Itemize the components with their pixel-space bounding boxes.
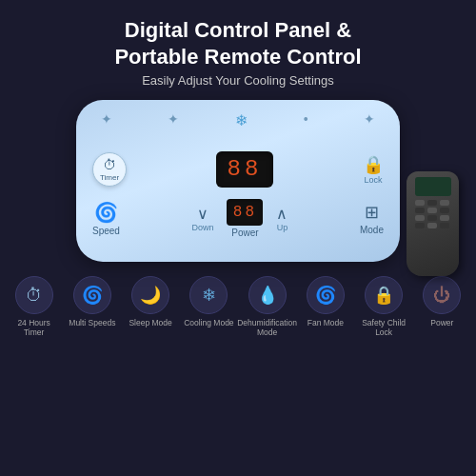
mode-icon: ⊞ [365, 202, 379, 223]
remote-btn-1[interactable] [415, 200, 425, 206]
remote-btn-4[interactable] [415, 208, 425, 213]
feature-item-6: 🔒Safety Child Lock [357, 276, 410, 337]
up-label: Up [277, 223, 288, 232]
feature-icon-6: 🔒 [373, 285, 394, 306]
feature-icon-0: ⏱ [26, 286, 43, 306]
feature-icon-1: 🌀 [82, 285, 103, 306]
remote-btn-12[interactable] [440, 223, 449, 228]
remote-btn-9[interactable] [440, 215, 449, 221]
down-control: ∨ Down [191, 205, 213, 232]
feature-item-3: ❄Cooling Mode [182, 276, 235, 327]
power-button[interactable]: 88 Power [227, 199, 263, 238]
snowflake-icon: ❄ [235, 111, 248, 129]
power-label: Power [231, 228, 258, 238]
fan-icon-2: ✦ [168, 111, 179, 129]
lock-icon[interactable]: 🔒 [363, 154, 384, 175]
remote-btn-6[interactable] [440, 208, 449, 213]
feature-icon-4: 💧 [257, 285, 278, 306]
feature-icon-circle-4: 💧 [248, 276, 287, 314]
feature-icon-circle-3: ❄ [189, 276, 228, 314]
speed-label: Speed [92, 226, 120, 236]
feature-item-2: 🌙Sleep Mode [124, 276, 177, 327]
feature-icon-circle-5: 🌀 [307, 276, 345, 314]
page-subtitle: Easily Adjust Your Cooling Settings [114, 73, 361, 88]
feature-label-1: Multi Speeds [69, 318, 115, 327]
mode-label: Mode [360, 225, 384, 235]
timer-button[interactable]: ⏱ Timer [92, 152, 127, 187]
panel-wrapper: ✦ ✦ ❄ • ✦ ⏱ Timer 88 🔒 Lock [0, 95, 476, 267]
dot-icon: • [304, 111, 308, 129]
feature-icon-circle-7: ⏻ [423, 276, 461, 314]
timer-icon: ⏱ [103, 157, 116, 172]
feature-label-2: Sleep Mode [129, 318, 171, 327]
fan-icon-1: ✦ [101, 111, 112, 129]
feature-icon-3: ❄ [202, 285, 216, 306]
feature-icon-5: 🌀 [315, 285, 336, 306]
mode-button[interactable]: ⊞ Mode [360, 202, 384, 235]
display-value: 88 [228, 156, 263, 182]
feature-icon-circle-6: 🔒 [365, 276, 403, 314]
remote-btn-11[interactable] [427, 223, 437, 228]
feature-item-7: ⏻Power [415, 276, 468, 327]
remote-control [407, 171, 459, 276]
main-display: 88 [216, 151, 273, 188]
feature-icon-circle-0: ⏱ [15, 276, 53, 314]
feature-item-0: ⏱24 Hours Timer [8, 276, 61, 337]
feature-item-1: 🌀Multi Speeds [66, 276, 119, 327]
feature-label-7: Power [430, 318, 453, 327]
fan-icon-3: ✦ [364, 111, 375, 129]
remote-btn-8[interactable] [427, 215, 437, 221]
controls-row-2: 🌀 Speed ∨ Down 88 Power ∧ Up [92, 199, 384, 238]
power-display-value: 88 [233, 204, 257, 221]
feature-item-4: 💧Dehumidification Mode [241, 276, 294, 337]
control-panel: ✦ ✦ ❄ • ✦ ⏱ Timer 88 🔒 Lock [76, 100, 400, 262]
page-title: Digital Control Panel &Portable Remote C… [114, 17, 361, 69]
lock-label: Lock [364, 175, 382, 185]
feature-icon-circle-2: 🌙 [131, 276, 169, 314]
remote-btn-2[interactable] [427, 200, 437, 206]
header: Digital Control Panel &Portable Remote C… [95, 0, 380, 95]
remote-btn-3[interactable] [440, 200, 449, 206]
up-arrow-icon[interactable]: ∧ [276, 205, 288, 223]
speed-button[interactable]: 🌀 Speed [92, 201, 120, 236]
top-icons-row: ✦ ✦ ❄ • ✦ [101, 111, 376, 129]
remote-screen [415, 177, 451, 196]
lock-area: 🔒 Lock [363, 154, 384, 185]
feature-bar: ⏱24 Hours Timer🌀Multi Speeds🌙Sleep Mode❄… [0, 267, 476, 343]
timer-label: Timer [100, 173, 119, 182]
feature-label-4: Dehumidification Mode [237, 318, 297, 337]
power-display: 88 [227, 199, 263, 226]
remote-btn-5[interactable] [427, 208, 437, 213]
down-label: Down [191, 223, 213, 232]
feature-label-5: Fan Mode [307, 318, 344, 327]
feature-icon-circle-1: 🌀 [73, 276, 111, 314]
feature-icon-2: 🌙 [140, 285, 161, 306]
feature-icon-7: ⏻ [433, 286, 450, 306]
feature-label-3: Cooling Mode [184, 318, 233, 327]
remote-btn-10[interactable] [415, 223, 425, 228]
feature-label-6: Safety Child Lock [357, 318, 410, 337]
controls-row-1: ⏱ Timer 88 🔒 Lock [92, 151, 384, 188]
speed-icon: 🌀 [94, 201, 118, 224]
feature-label-0: 24 Hours Timer [8, 318, 61, 337]
feature-item-5: 🌀Fan Mode [299, 276, 352, 327]
down-arrow-icon[interactable]: ∨ [197, 205, 208, 223]
remote-btn-7[interactable] [415, 215, 425, 221]
up-control: ∧ Up [276, 205, 288, 232]
remote-buttons [415, 200, 451, 228]
